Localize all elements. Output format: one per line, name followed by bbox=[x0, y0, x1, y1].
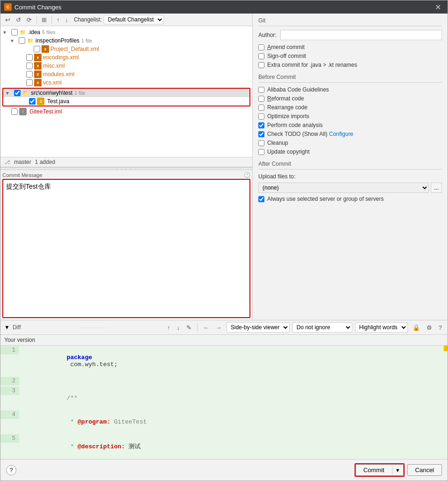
expand-inspection[interactable]: ▼ bbox=[10, 38, 17, 43]
diff-down-button[interactable]: ↓ bbox=[175, 323, 182, 332]
label-idea: .idea bbox=[28, 29, 40, 35]
todo-label: Check TODO (Show All) Configure bbox=[267, 131, 353, 137]
label-giteetest: GiteeTest.iml bbox=[29, 108, 62, 115]
xml-icon-project-default: x bbox=[42, 45, 49, 53]
before-commit-section: Before Commit Alibaba Code Guidelines Re… bbox=[258, 74, 442, 155]
checkbox-testjava[interactable] bbox=[29, 98, 36, 105]
checkbox-project-default[interactable] bbox=[34, 46, 40, 52]
analyze-label: Perform code analysis bbox=[267, 122, 323, 128]
scroll-indicator bbox=[444, 346, 448, 351]
upload-select[interactable]: (none) bbox=[258, 183, 429, 193]
todo-checkbox[interactable] bbox=[258, 131, 264, 137]
amend-label: Amend commit bbox=[267, 44, 305, 50]
diff-lock-button[interactable]: 🔒 bbox=[411, 323, 422, 332]
code-package-name: com.wyh.test; bbox=[67, 361, 118, 368]
changelist-select[interactable]: Default Changelist bbox=[104, 15, 164, 24]
refresh-button[interactable]: ↺ bbox=[14, 15, 23, 24]
checkbox-idea[interactable] bbox=[11, 29, 18, 35]
line-num-5: 5 bbox=[0, 434, 19, 443]
tree-item-src[interactable]: ▼ 📁 src\com\wyh\test 1 file bbox=[3, 89, 249, 97]
tree-item-modules[interactable]: x modules.xml bbox=[0, 70, 252, 78]
tree-item-testjava[interactable]: J Test.java bbox=[3, 97, 249, 106]
diff-title: Diff bbox=[13, 324, 21, 331]
alibaba-row: Alibaba Code Guidelines bbox=[258, 86, 442, 93]
dialog-title: Commit Changes bbox=[14, 4, 61, 11]
reformat-checkbox[interactable] bbox=[258, 96, 264, 102]
cleanup-checkbox[interactable] bbox=[258, 140, 264, 146]
app-icon: C bbox=[4, 3, 12, 11]
sort-desc-button[interactable]: ↓ bbox=[64, 15, 71, 24]
reformat-label: Reformat code bbox=[267, 95, 304, 102]
tree-item-vcs[interactable]: x vcs.xml bbox=[0, 78, 252, 87]
after-commit-header: After Commit bbox=[258, 161, 442, 170]
tree-item-project-default[interactable]: x Project_Default.xml bbox=[0, 45, 252, 53]
checkbox-giteetest[interactable] bbox=[11, 108, 18, 115]
xml-icon-encodings: x bbox=[34, 54, 42, 61]
checkbox-misc[interactable] bbox=[26, 63, 33, 69]
configure-link[interactable]: Configure bbox=[329, 131, 353, 137]
checkbox-inspection[interactable] bbox=[19, 37, 25, 44]
diff-content: 1 package com.wyh.test; 2 3 /** bbox=[0, 346, 448, 459]
diff-expand-icon: ▼ bbox=[4, 324, 10, 331]
commit-dropdown-button[interactable]: ▼ bbox=[392, 464, 404, 476]
tree-item-idea[interactable]: ▼ 📁 .idea 5 files bbox=[0, 28, 252, 36]
tree-item-encodings[interactable]: x encodings.xml bbox=[0, 53, 252, 62]
count-src: 1 file bbox=[74, 90, 85, 96]
program-value: GiteeTest bbox=[110, 418, 147, 425]
left-panel: ↩ ↺ ⟳ ⊞ ↑ ↓ Changelist: Default Changeli… bbox=[0, 14, 253, 320]
amend-checkbox[interactable] bbox=[258, 44, 264, 50]
author-input[interactable] bbox=[280, 30, 442, 40]
label-src: src\com\wyh\test bbox=[31, 90, 72, 96]
label-project-default: Project_Default.xml bbox=[50, 46, 99, 52]
tree-item-misc[interactable]: x misc.xml bbox=[0, 62, 252, 70]
rearrange-checkbox[interactable] bbox=[258, 105, 264, 111]
diff-help-button[interactable]: ? bbox=[437, 323, 444, 332]
help-button[interactable]: ? bbox=[6, 465, 16, 475]
commit-dialog: C Commit Changes ✕ ↩ ↺ ⟳ ⊞ ↑ ↓ Changelis… bbox=[0, 0, 448, 481]
sync-button[interactable]: ⟳ bbox=[25, 15, 34, 24]
title-bar-left: C Commit Changes bbox=[4, 3, 61, 11]
annotation-program: @program: bbox=[78, 418, 110, 425]
always-checkbox[interactable] bbox=[258, 196, 264, 202]
tree-item-giteetest[interactable]: i GiteeTest.iml bbox=[0, 107, 252, 116]
checkbox-vcs[interactable] bbox=[26, 79, 33, 86]
cleanup-label: Cleanup bbox=[267, 140, 288, 146]
branch-name: master bbox=[14, 159, 31, 165]
diff-up-button[interactable]: ↑ bbox=[165, 323, 172, 332]
expand-idea[interactable]: ▼ bbox=[2, 30, 10, 35]
diff-prev-button[interactable]: ← bbox=[201, 323, 211, 332]
diff-highlight-select[interactable]: Highlight words Highlight chars bbox=[355, 322, 408, 332]
sort-asc-button[interactable]: ↑ bbox=[55, 15, 62, 24]
upload-row: Upload files to: bbox=[258, 173, 442, 180]
line-num-3: 3 bbox=[0, 387, 19, 395]
signoff-checkbox[interactable] bbox=[258, 53, 264, 59]
analyze-row: Perform code analysis bbox=[258, 122, 442, 128]
diff-sep-1 bbox=[197, 324, 198, 331]
extra-checkbox[interactable] bbox=[258, 62, 264, 68]
diff-viewer-select[interactable]: Side-by-side viewer Unified viewer bbox=[227, 322, 290, 332]
commit-message-input[interactable]: 提交到Test仓库 bbox=[2, 179, 250, 318]
git-section-header: Git bbox=[258, 17, 442, 26]
optimize-checkbox[interactable] bbox=[258, 113, 264, 120]
diff-settings-button[interactable]: ⚙ bbox=[425, 323, 434, 332]
commit-button[interactable]: Commit bbox=[356, 464, 392, 476]
copyright-checkbox[interactable] bbox=[258, 149, 264, 155]
checkbox-encodings[interactable] bbox=[26, 54, 33, 61]
checkbox-modules[interactable] bbox=[26, 71, 33, 78]
rearrange-row: Rearrange code bbox=[258, 104, 442, 111]
tree-item-inspection[interactable]: ▼ 📁 inspectionProfiles 1 file bbox=[0, 36, 252, 45]
close-button[interactable]: ✕ bbox=[432, 2, 444, 13]
before-commit-header: Before Commit bbox=[258, 74, 442, 83]
diff-ignore-select[interactable]: Do not ignore Ignore whitespace bbox=[292, 322, 352, 332]
group-button[interactable]: ⊞ bbox=[40, 15, 49, 24]
diff-next-button[interactable]: → bbox=[214, 323, 224, 332]
cancel-button[interactable]: Cancel bbox=[407, 464, 442, 476]
diff-line-2: 2 bbox=[0, 376, 448, 386]
analyze-checkbox[interactable] bbox=[258, 122, 264, 128]
upload-browse-button[interactable]: ... bbox=[431, 183, 442, 193]
checkbox-src[interactable] bbox=[14, 90, 21, 96]
alibaba-checkbox[interactable] bbox=[258, 87, 264, 93]
move-to-changelist-button[interactable]: ↩ bbox=[3, 15, 12, 24]
diff-edit-button[interactable]: ✎ bbox=[185, 323, 193, 332]
expand-src[interactable]: ▼ bbox=[5, 91, 13, 96]
